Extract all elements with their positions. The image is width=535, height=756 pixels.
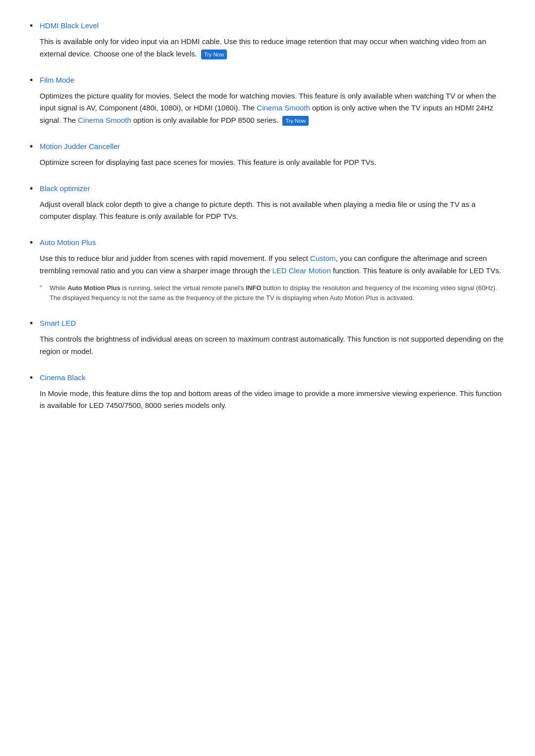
list-item-hdmi-black-level: HDMI Black Level This is available only … <box>30 20 505 60</box>
amp-bold-1: Auto Motion Plus <box>67 284 120 292</box>
item-body-smart-led: This controls the brightness of individu… <box>40 333 505 358</box>
list-item-cinema-black: Cinema Black In Movie mode, this feature… <box>30 372 505 412</box>
item-body-auto-motion-plus: Use this to reduce blur and judder from … <box>40 252 505 277</box>
list-item-motion-judder: Motion Judder Canceller Optimize screen … <box>30 141 505 169</box>
item-body-black-optimizer: Adjust overall black color depth to give… <box>40 199 505 223</box>
main-content-list: HDMI Black Level This is available only … <box>30 20 505 412</box>
hdmi-black-level-text: This is available only for video input v… <box>40 37 486 58</box>
item-title-cinema-black[interactable]: Cinema Black <box>40 372 505 384</box>
try-now-badge-hdmi[interactable]: Try Now <box>201 50 227 59</box>
cinema-smooth-link-2[interactable]: Cinema Smooth <box>78 116 131 124</box>
cinema-smooth-link-1[interactable]: Cinema Smooth <box>257 103 310 112</box>
led-clear-motion-link[interactable]: LED Clear Motion <box>272 266 330 275</box>
list-item-film-mode: Film Mode Optimizes the picture quality … <box>30 74 505 127</box>
list-item-black-optimizer: Black optimizer Adjust overall black col… <box>30 183 505 223</box>
auto-motion-plus-note: While Auto Motion Plus is running, selec… <box>40 283 505 304</box>
amp-text-1: Use this to reduce blur and judder from … <box>40 254 310 262</box>
item-title-motion-judder[interactable]: Motion Judder Canceller <box>40 141 505 152</box>
item-body-hdmi-black-level: This is available only for video input v… <box>40 36 505 60</box>
film-mode-text-3: option is only available for PDP 8500 se… <box>131 116 278 124</box>
item-title-hdmi-black-level[interactable]: HDMI Black Level <box>40 20 505 32</box>
item-body-motion-judder: Optimize screen for displaying fast pace… <box>40 156 505 169</box>
item-title-auto-motion-plus[interactable]: Auto Motion Plus <box>40 237 505 249</box>
amp-text-3: function. This feature is only available… <box>331 266 501 275</box>
item-title-smart-led[interactable]: Smart LED <box>40 317 505 329</box>
list-item-auto-motion-plus: Auto Motion Plus Use this to reduce blur… <box>30 237 505 303</box>
custom-link[interactable]: Custom <box>310 254 336 262</box>
item-title-black-optimizer[interactable]: Black optimizer <box>40 183 505 195</box>
item-body-cinema-black: In Movie mode, this feature dims the top… <box>40 388 505 412</box>
item-title-film-mode[interactable]: Film Mode <box>40 74 505 86</box>
info-bold: INFO <box>246 284 261 292</box>
item-body-film-mode: Optimizes the picture quality for movies… <box>40 90 505 127</box>
try-now-badge-film[interactable]: Try Now <box>282 116 309 126</box>
note-text: While Auto Motion Plus is running, selec… <box>50 284 497 302</box>
list-item-smart-led: Smart LED This controls the brightness o… <box>30 317 505 358</box>
